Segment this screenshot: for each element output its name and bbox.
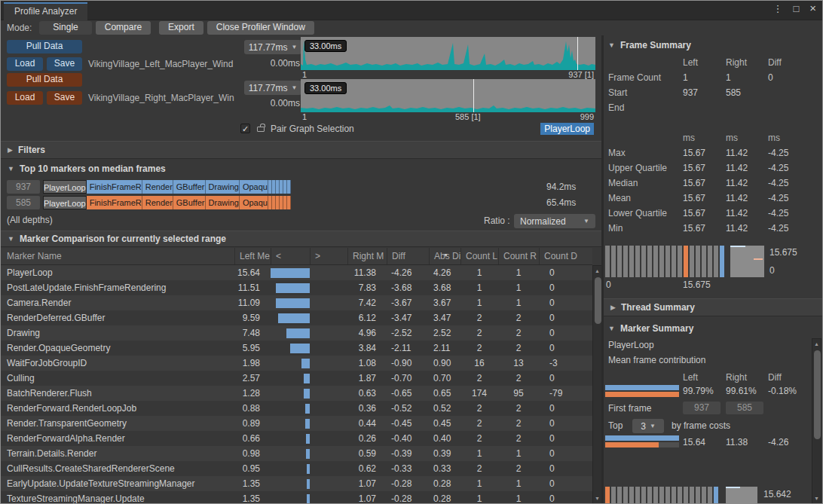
frame-graph-left[interactable]: 33.00ms <box>301 37 595 70</box>
ratio-dropdown[interactable]: Normalized ▼ <box>514 214 595 228</box>
axis-left-start: 1 <box>302 70 307 79</box>
comparison-title: Marker Comparison for currently selected… <box>20 234 226 244</box>
scroll-up-icon[interactable]: ▲ <box>593 268 601 273</box>
pull-data-left-button[interactable]: Pull Data <box>7 40 82 53</box>
marker-summary-scrollbar[interactable]: ▲ ▼ <box>812 338 821 504</box>
maximize-icon[interactable]: □ <box>793 3 799 14</box>
save-right-button[interactable]: Save <box>47 91 82 105</box>
pull-data-right-button[interactable]: Pull Data <box>7 73 82 87</box>
top10-section-header[interactable]: ▼ Top 10 markers on median frames <box>1 160 601 177</box>
col-count-diff[interactable]: Count D <box>539 248 592 264</box>
diff-bar <box>307 494 310 504</box>
mode-compare-button[interactable]: Compare <box>96 21 151 35</box>
table-row[interactable]: EarlyUpdate.UpdateTextureStreamingManage… <box>1 476 592 491</box>
cell-count-right: 1 <box>498 298 539 308</box>
table-row[interactable]: RenderForward.RenderLoopJob 0.88 0.36 -0… <box>1 401 592 416</box>
top10-segment: GBuffer <box>173 180 206 194</box>
top10-segment: Drawing <box>206 196 240 209</box>
comparison-section-header[interactable]: ▼ Marker Comparison for currently select… <box>1 231 601 247</box>
histogram-bar <box>665 246 670 277</box>
col-left-bar[interactable]: < <box>271 248 310 264</box>
diff-bar <box>286 328 310 338</box>
col-count-left[interactable]: Count L <box>460 248 498 264</box>
col-abs-diff[interactable]: ▼Abs Diff <box>429 248 460 264</box>
cell-marker-name: RenderDeferred.GBuffer <box>1 313 234 323</box>
close-profiler-button[interactable]: Close Profiler Window <box>207 21 314 35</box>
scroll-down-icon[interactable]: ▼ <box>812 496 821 501</box>
cell-diff: -0.70 <box>387 373 429 383</box>
col-left-median[interactable]: Left Me <box>234 248 271 264</box>
table-row[interactable]: Culling 2.57 1.87 -0.70 0.70 2 2 0 <box>1 371 592 386</box>
panel-divider[interactable] <box>601 35 604 504</box>
scroll-up-icon[interactable]: ▲ <box>812 341 821 347</box>
menu-icon[interactable]: ⋮ <box>773 3 782 14</box>
top-n-dropdown[interactable]: 3 ▼ <box>632 419 664 433</box>
selected-marker-label[interactable]: PlayerLoop <box>540 123 594 135</box>
playhead-left[interactable] <box>577 37 578 70</box>
cell-count-left: 2 <box>460 328 498 338</box>
range-right-dropdown[interactable]: 117.77ms ▼ <box>244 81 301 95</box>
col-right-median[interactable]: Right M <box>347 248 387 264</box>
first-frame-right-button[interactable]: 585 <box>726 402 763 414</box>
cell-count-left: 1 <box>460 493 498 504</box>
col-marker-name[interactable]: Marker Name <box>1 248 234 264</box>
table-row[interactable]: BatchRenderer.Flush 1.28 0.63 -0.65 0.65… <box>1 386 592 401</box>
table-row[interactable]: Drawing 7.48 4.96 -2.52 2.52 2 2 0 <box>1 325 592 341</box>
filters-section-header[interactable]: ▶ Filters <box>1 141 601 159</box>
top10-segment: FinishFrameR <box>87 196 142 209</box>
scroll-down-icon[interactable]: ▼ <box>593 496 601 501</box>
summary-right-value: 11.42 <box>726 178 768 188</box>
top10-bar-left[interactable]: PlayerLoopFinishFrameRRenderGBufferDrawi… <box>43 180 542 194</box>
frame-graph-right[interactable]: 33.00ms <box>301 79 595 112</box>
table-row[interactable]: WaitForJobGroupID 1.98 1.08 -0.90 0.90 1… <box>1 356 592 371</box>
cell-abs-diff: 4.26 <box>429 267 460 278</box>
close-icon[interactable]: × <box>809 3 816 14</box>
table-row[interactable]: Camera.Render 11.09 7.42 -3.67 3.67 1 1 … <box>1 295 592 310</box>
cell-abs-diff: 2.52 <box>429 328 460 338</box>
marker-summary-header[interactable]: ▼ Marker Summary <box>608 323 693 334</box>
diff-bar <box>305 404 310 414</box>
table-row[interactable]: Render.OpaqueGeometry 5.95 3.84 -2.11 2.… <box>1 341 592 356</box>
marker-summary-scrollbar-thumb[interactable] <box>814 350 821 439</box>
frame-button-937[interactable]: 937 <box>7 180 40 194</box>
summary-row: End <box>608 100 819 115</box>
table-row[interactable]: TextureStreamingManager.Update 1.35 1.07… <box>1 491 592 504</box>
col-right-bar[interactable]: > <box>310 248 347 264</box>
profile-analyzer-window: Profile Analyzer ⋮ □ × Mode: Single Comp… <box>0 0 823 504</box>
range-left-dropdown[interactable]: 117.77ms ▼ <box>244 40 301 54</box>
table-row[interactable]: RenderDeferred.GBuffer 9.59 6.12 -3.47 3… <box>1 310 592 325</box>
table-row[interactable]: RenderForwardAlpha.Render 0.66 0.26 -0.4… <box>1 431 592 446</box>
cell-count-left: 1 <box>460 283 498 293</box>
histogram-bar <box>647 487 652 504</box>
col-count-right[interactable]: Count R <box>498 248 539 264</box>
playhead-right[interactable] <box>473 79 474 112</box>
frame-button-585[interactable]: 585 <box>7 196 40 209</box>
cell-abs-diff: 0.39 <box>429 448 460 459</box>
col-diff[interactable]: Diff <box>387 248 429 264</box>
cell-abs-diff: 0.70 <box>429 373 460 383</box>
thread-summary-header[interactable]: ▶ Thread Summary <box>604 298 823 316</box>
frame-summary-header[interactable]: ▼ Frame Summary <box>608 40 691 50</box>
table-row[interactable]: CullResults.CreateSharedRendererScene 0.… <box>1 461 592 476</box>
tab-profile-analyzer[interactable]: Profile Analyzer <box>4 2 87 20</box>
cell-diff: -3.67 <box>387 298 429 308</box>
save-left-button[interactable]: Save <box>47 57 82 71</box>
cell-count-diff: 0 <box>539 403 592 414</box>
unlock-icon[interactable] <box>257 127 265 132</box>
table-row[interactable]: PostLateUpdate.FinishFrameRendering 11.5… <box>1 280 592 295</box>
top10-bar-right[interactable]: PlayerLoopFinishFrameRRenderGBufferDrawi… <box>43 196 542 209</box>
table-row[interactable]: Render.TransparentGeometry 0.89 0.44 -0.… <box>1 416 592 431</box>
table-scrollbar-thumb[interactable] <box>595 277 601 324</box>
table-row[interactable]: PlayerLoop 15.64 11.38 -4.26 4.26 1 1 0 <box>1 265 592 280</box>
ratio-value: Normalized <box>520 216 566 227</box>
load-right-button[interactable]: Load <box>7 91 43 105</box>
export-button[interactable]: Export <box>159 21 203 35</box>
histogram-bar <box>702 246 706 277</box>
mode-single-button[interactable]: Single <box>39 21 91 35</box>
table-row[interactable]: Terrain.Details.Render 0.98 0.59 -0.39 0… <box>1 446 592 461</box>
cell-right-ms: 0.26 <box>347 433 387 444</box>
pair-graph-checkbox[interactable]: ✓ <box>240 124 250 133</box>
cell-marker-name: EarlyUpdate.UpdateTextureStreamingManage… <box>1 478 234 489</box>
first-frame-left-button[interactable]: 937 <box>683 402 721 414</box>
load-left-button[interactable]: Load <box>7 57 43 71</box>
